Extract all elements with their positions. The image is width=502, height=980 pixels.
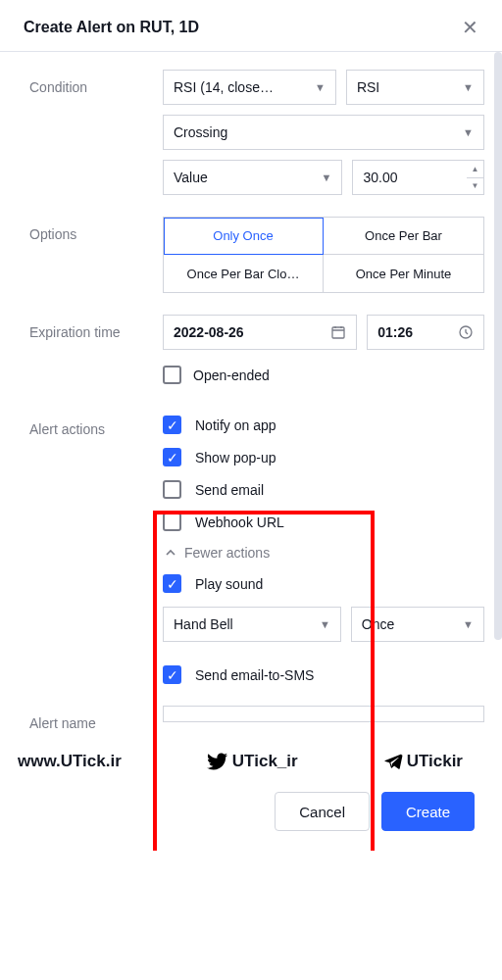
condition-value-number-wrap: 30.00 ▲ ▼ [352,160,484,195]
play-sound-checkbox[interactable]: ✓ [163,574,181,593]
webhook-checkbox[interactable] [163,513,181,531]
action-email-sms: ✓ Send email-to-SMS [163,665,484,684]
option-once-per-bar[interactable]: Once Per Bar [324,218,483,255]
alert-actions-label: Alert actions [29,412,163,437]
row-alert-actions: Alert actions ✓ Notify on app ✓ Show pop… [29,412,484,684]
chevron-down-icon: ▼ [320,618,330,630]
action-show-popup: ✓ Show pop-up [163,448,484,466]
condition-value-mode-dropdown[interactable]: Value ▼ [163,160,342,195]
condition-plot-dropdown[interactable]: RSI ▼ [346,70,484,105]
expiration-label: Expiration time [29,315,163,340]
svg-rect-0 [332,327,344,338]
options-label: Options [29,217,163,242]
social-website: www.UTick.ir [18,752,122,771]
open-ended-checkbox[interactable] [163,366,181,384]
chevron-down-icon: ▼ [315,81,326,93]
notify-app-checkbox[interactable]: ✓ [163,416,181,434]
create-button-label: Create [406,804,450,820]
chevron-down-icon: ▼ [463,81,474,93]
expiration-date-value: 2022-08-26 [174,324,244,340]
email-sms-checkbox[interactable]: ✓ [163,665,181,684]
alert-actions-list: ✓ Notify on app ✓ Show pop-up Send email… [163,412,484,684]
social-website-text: www.UTick.ir [18,752,122,771]
chevron-down-icon: ▼ [463,126,474,138]
cancel-button[interactable]: Cancel [275,792,370,831]
calendar-icon [330,324,346,340]
footer-social: www.UTick.ir UTick_ir UTickir [0,745,502,778]
cancel-button-label: Cancel [299,804,345,820]
create-alert-dialog: Create Alert on RUT, 1D ✕ Condition RSI … [0,0,502,851]
webhook-label: Webhook URL [195,514,284,530]
condition-value-mode-value: Value [174,170,208,185]
show-popup-label: Show pop-up [195,450,276,466]
action-send-email: Send email [163,480,484,499]
action-notify-app: ✓ Notify on app [163,416,484,434]
notify-app-label: Notify on app [195,417,276,433]
option-only-once[interactable]: Only Once [164,218,324,255]
option-once-per-bar-close[interactable]: Once Per Bar Clo… [164,255,324,292]
social-telegram-text: UTickir [407,752,463,771]
fewer-actions-toggle[interactable]: Fewer actions [163,545,484,561]
social-twitter: UTick_ir [207,751,298,772]
spinner-down-icon[interactable]: ▼ [467,178,483,195]
sound-name-dropdown[interactable]: Hand Bell ▼ [163,607,341,642]
row-alert-name: Alert name [29,706,484,731]
chevron-up-icon [165,547,176,559]
social-twitter-text: UTick_ir [232,752,298,771]
play-sound-label: Play sound [195,576,263,592]
chevron-down-icon: ▼ [463,618,474,630]
alert-name-label: Alert name [29,706,163,731]
condition-plot-value: RSI [357,79,379,95]
options-segmented: Only Once Once Per Bar Once Per Bar Clo…… [163,217,484,293]
show-popup-checkbox[interactable]: ✓ [163,448,181,466]
create-button[interactable]: Create [381,792,475,831]
chevron-down-icon: ▼ [322,172,332,183]
row-expiration: Expiration time 2022-08-26 01:26 [29,315,484,390]
open-ended-label: Open-ended [193,368,270,383]
row-condition: Condition RSI (14, close… ▼ RSI ▼ Crossi… [29,70,484,195]
expiration-time-input[interactable]: 01:26 [367,315,484,350]
email-sms-label: Send email-to-SMS [195,667,314,683]
scrollbar[interactable] [494,52,502,640]
dialog-title: Create Alert on RUT, 1D [24,19,199,36]
sound-name-value: Hand Bell [174,616,233,632]
expiration-time-value: 01:26 [377,324,413,340]
condition-source-value: RSI (14, close… [174,79,274,95]
close-icon[interactable]: ✕ [462,18,478,37]
condition-operator-dropdown[interactable]: Crossing ▼ [163,115,484,150]
sound-repeat-dropdown[interactable]: Once ▼ [351,607,484,642]
condition-value-number-input[interactable]: 30.00 [352,160,467,195]
send-email-label: Send email [195,482,264,498]
social-telegram: UTickir [383,752,463,771]
expiration-date-input[interactable]: 2022-08-26 [163,315,357,350]
dialog-footer: Cancel Create [0,778,502,851]
telegram-icon [383,752,403,771]
fewer-actions-label: Fewer actions [184,545,270,561]
option-once-per-minute[interactable]: Once Per Minute [324,255,483,292]
alert-name-input[interactable] [163,706,484,722]
sound-repeat-value: Once [362,616,394,632]
twitter-icon [207,751,228,772]
dialog-body: Condition RSI (14, close… ▼ RSI ▼ Crossi… [0,52,502,745]
action-play-sound: ✓ Play sound [163,574,484,593]
number-spinner: ▲ ▼ [467,160,484,195]
send-email-checkbox[interactable] [163,480,181,499]
condition-operator-value: Crossing [174,124,227,140]
dialog-header: Create Alert on RUT, 1D ✕ [0,0,502,52]
condition-source-dropdown[interactable]: RSI (14, close… ▼ [163,70,336,105]
condition-label: Condition [29,70,163,95]
row-options: Options Only Once Once Per Bar Once Per … [29,217,484,293]
action-webhook: Webhook URL [163,513,484,531]
condition-value-number: 30.00 [363,170,397,185]
clock-icon [458,324,474,340]
spinner-up-icon[interactable]: ▲ [467,161,483,178]
